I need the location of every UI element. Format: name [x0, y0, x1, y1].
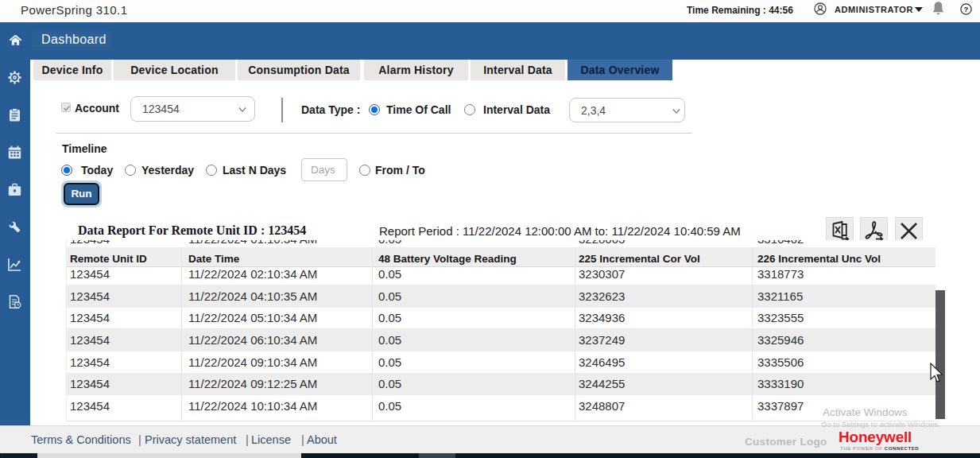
svg-text:?: ?	[964, 5, 969, 14]
